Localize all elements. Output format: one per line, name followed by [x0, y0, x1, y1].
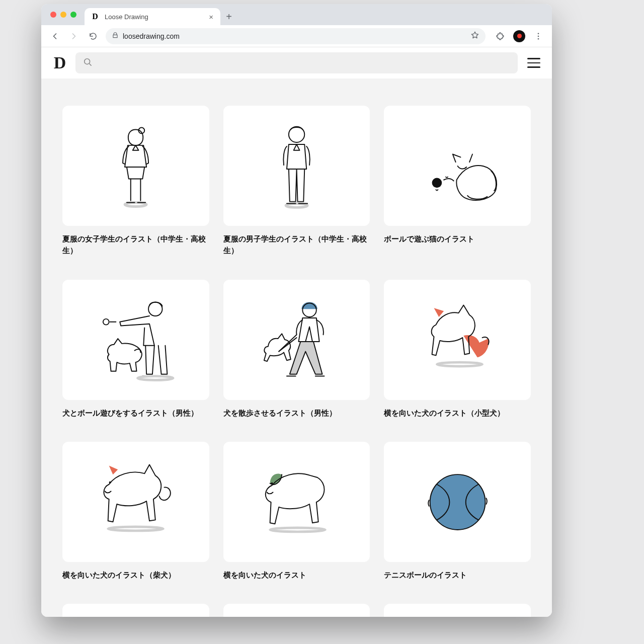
svg-point-0: [538, 33, 539, 34]
illustration-thumbnail: [62, 442, 209, 562]
new-tab-button[interactable]: +: [220, 8, 237, 25]
illustration-title: 横を向いた犬のイラスト（小型犬）: [384, 407, 531, 419]
illustration-title: 夏服の女子学生のイラスト（中学生・高校生）: [62, 233, 209, 257]
illustration-thumbnail: [384, 604, 531, 617]
lock-icon: [112, 32, 119, 40]
illustration-thumbnail: [62, 280, 209, 400]
bookmark-star-icon[interactable]: [470, 31, 479, 41]
illustration-title: 横を向いた犬のイラスト: [223, 569, 370, 581]
illustration-thumbnail: [223, 604, 370, 617]
illustration-thumbnail: [384, 442, 531, 562]
tab-close-button[interactable]: ×: [207, 12, 215, 22]
address-bar[interactable]: loosedrawing.com: [106, 28, 486, 44]
illustration-card[interactable]: 横を向いた犬のイラスト（小型犬）: [384, 280, 531, 419]
svg-point-1: [538, 35, 539, 37]
extensions-button[interactable]: [492, 28, 509, 45]
close-window-button[interactable]: [50, 12, 56, 18]
illustration-card[interactable]: ボールで遊ぶ猫のイラスト: [384, 106, 531, 257]
tab-title: Loose Drawing: [105, 13, 202, 21]
illustration-title: テニスボールのイラスト: [384, 569, 531, 581]
minimize-window-button[interactable]: [60, 12, 66, 18]
url-text: loosedrawing.com: [123, 32, 466, 40]
illustration-card[interactable]: 横を向いた犬のイラスト: [223, 442, 370, 581]
illustration-card[interactable]: 犬とボール遊びをするイラスト（男性）: [62, 280, 209, 419]
window-traffic-lights: [47, 4, 82, 25]
illustration-thumbnail: [384, 280, 531, 400]
reload-button[interactable]: [85, 28, 102, 45]
illustration-card[interactable]: 夏服の男子学生のイラスト（中学生・高校生）: [223, 106, 370, 257]
maximize-window-button[interactable]: [70, 12, 76, 18]
illustration-thumbnail: [223, 280, 370, 400]
illustration-card[interactable]: [223, 604, 370, 617]
illustration-thumbnail: [62, 106, 209, 226]
back-button[interactable]: [46, 28, 63, 45]
search-icon: [83, 57, 93, 69]
illustration-card[interactable]: [384, 604, 531, 617]
illustration-thumbnail: [223, 106, 370, 226]
tab-favicon: D: [91, 12, 100, 21]
site-logo[interactable]: D: [49, 53, 69, 73]
illustration-thumbnail: [62, 604, 209, 617]
illustration-card[interactable]: テニスボールのイラスト: [384, 442, 531, 581]
forward-button[interactable]: [65, 28, 83, 45]
illustration-title: 犬とボール遊びをするイラスト（男性）: [62, 407, 209, 419]
illustration-title: 夏服の男子学生のイラスト（中学生・高校生）: [223, 233, 370, 257]
illustration-card[interactable]: 横を向いた犬のイラスト（柴犬）: [62, 442, 209, 581]
browser-menu-button[interactable]: [530, 28, 547, 45]
tab-strip: D Loose Drawing × +: [41, 4, 552, 25]
svg-point-3: [85, 59, 90, 64]
site-header: D: [41, 47, 552, 78]
illustration-grid: 夏服の女子学生のイラスト（中学生・高校生）夏服の男子学生のイラスト（中学生・高校…: [62, 106, 531, 617]
illustration-card[interactable]: 犬を散歩させるイラスト（男性）: [223, 280, 370, 419]
menu-button[interactable]: [524, 53, 544, 73]
svg-point-2: [538, 38, 539, 39]
search-bar[interactable]: [75, 52, 518, 73]
illustration-title: 犬を散歩させるイラスト（男性）: [223, 407, 370, 419]
search-input[interactable]: [93, 59, 511, 67]
illustration-card[interactable]: 夏服の女子学生のイラスト（中学生・高校生）: [62, 106, 209, 257]
illustration-thumbnail: [384, 106, 531, 226]
page-content: 夏服の女子学生のイラスト（中学生・高校生）夏服の男子学生のイラスト（中学生・高校…: [41, 78, 552, 617]
profile-avatar[interactable]: [511, 28, 528, 45]
browser-window: D Loose Drawing × + loosedrawing.com: [41, 4, 552, 617]
illustration-title: ボールで遊ぶ猫のイラスト: [384, 233, 531, 245]
browser-toolbar: loosedrawing.com: [41, 25, 552, 47]
browser-tab[interactable]: D Loose Drawing ×: [85, 8, 220, 25]
illustration-card[interactable]: [62, 604, 209, 617]
illustration-title: 横を向いた犬のイラスト（柴犬）: [62, 569, 209, 581]
illustration-thumbnail: [223, 442, 370, 562]
